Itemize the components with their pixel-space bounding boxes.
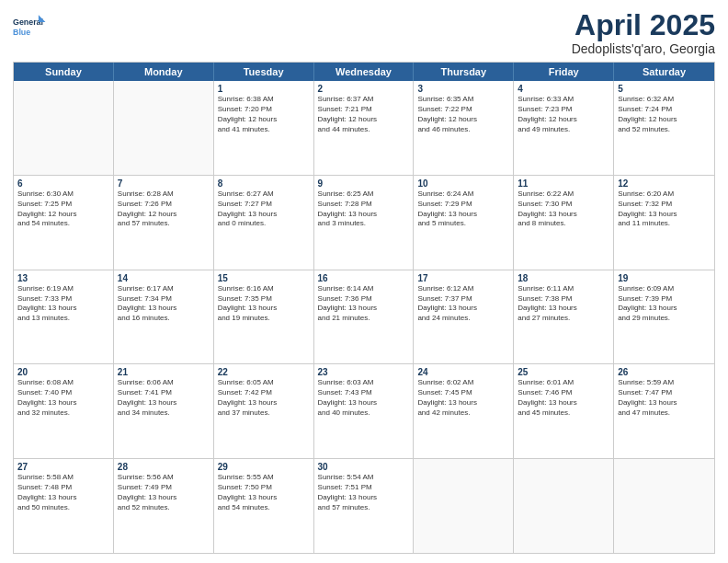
month-title: April 2025 [572, 9, 715, 41]
calendar-cell: 13Sunrise: 6:19 AM Sunset: 7:33 PM Dayli… [14, 270, 114, 364]
calendar-cell: 23Sunrise: 6:03 AM Sunset: 7:43 PM Dayli… [314, 364, 415, 458]
day-number: 25 [518, 367, 609, 377]
calendar-week: 20Sunrise: 6:08 AM Sunset: 7:40 PM Dayli… [14, 364, 714, 459]
logo-svg: General Blue [13, 9, 48, 44]
day-number: 3 [417, 84, 509, 94]
calendar-cell: 21Sunrise: 6:06 AM Sunset: 7:41 PM Dayli… [114, 364, 214, 458]
day-number: 8 [218, 178, 310, 189]
day-number: 7 [118, 178, 210, 189]
calendar-cell: 6Sunrise: 6:30 AM Sunset: 7:25 PM Daylig… [14, 176, 114, 270]
calendar-cell: 18Sunrise: 6:11 AM Sunset: 7:38 PM Dayli… [514, 270, 614, 364]
day-number: 23 [318, 367, 410, 377]
day-number: 13 [17, 273, 109, 283]
cell-info: Sunrise: 6:14 AM Sunset: 7:36 PM Dayligh… [318, 284, 410, 324]
calendar-cell: 27Sunrise: 5:58 AM Sunset: 7:48 PM Dayli… [14, 459, 114, 553]
calendar-cell: 25Sunrise: 6:01 AM Sunset: 7:46 PM Dayli… [514, 364, 614, 458]
cell-info: Sunrise: 6:38 AM Sunset: 7:20 PM Dayligh… [218, 95, 310, 134]
calendar-cell: 2Sunrise: 6:37 AM Sunset: 7:21 PM Daylig… [314, 81, 415, 175]
calendar-cell: 22Sunrise: 6:05 AM Sunset: 7:42 PM Dayli… [214, 364, 314, 458]
weekday-header: Tuesday [214, 63, 314, 81]
cell-info: Sunrise: 6:06 AM Sunset: 7:41 PM Dayligh… [118, 378, 210, 418]
calendar-cell: 4Sunrise: 6:33 AM Sunset: 7:23 PM Daylig… [514, 81, 614, 175]
calendar-cell: 5Sunrise: 6:32 AM Sunset: 7:24 PM Daylig… [614, 81, 714, 175]
weekday-header: Thursday [414, 63, 514, 81]
cell-info: Sunrise: 6:03 AM Sunset: 7:43 PM Dayligh… [318, 378, 410, 418]
cell-info: Sunrise: 6:01 AM Sunset: 7:46 PM Dayligh… [518, 378, 609, 418]
cell-info: Sunrise: 5:54 AM Sunset: 7:51 PM Dayligh… [318, 473, 410, 512]
cell-info: Sunrise: 6:27 AM Sunset: 7:27 PM Dayligh… [218, 190, 310, 229]
cell-info: Sunrise: 6:25 AM Sunset: 7:28 PM Dayligh… [318, 190, 410, 229]
calendar-cell: 17Sunrise: 6:12 AM Sunset: 7:37 PM Dayli… [414, 270, 514, 364]
calendar-cell: 20Sunrise: 6:08 AM Sunset: 7:40 PM Dayli… [14, 364, 114, 458]
calendar-cell: 24Sunrise: 6:02 AM Sunset: 7:45 PM Dayli… [414, 364, 514, 458]
calendar-cell [114, 81, 214, 175]
calendar-cell: 7Sunrise: 6:28 AM Sunset: 7:26 PM Daylig… [114, 176, 214, 270]
cell-info: Sunrise: 6:28 AM Sunset: 7:26 PM Dayligh… [118, 190, 210, 229]
cell-info: Sunrise: 6:20 AM Sunset: 7:32 PM Dayligh… [618, 190, 711, 229]
calendar-cell: 28Sunrise: 5:56 AM Sunset: 7:49 PM Dayli… [114, 459, 214, 553]
day-number: 5 [618, 84, 711, 94]
calendar-cell: 30Sunrise: 5:54 AM Sunset: 7:51 PM Dayli… [314, 459, 415, 553]
calendar-week: 13Sunrise: 6:19 AM Sunset: 7:33 PM Dayli… [14, 270, 714, 365]
cell-info: Sunrise: 5:59 AM Sunset: 7:47 PM Dayligh… [618, 378, 711, 418]
calendar-cell [514, 459, 614, 553]
day-number: 20 [17, 367, 109, 377]
calendar-cell: 19Sunrise: 6:09 AM Sunset: 7:39 PM Dayli… [614, 270, 714, 364]
cell-info: Sunrise: 6:12 AM Sunset: 7:37 PM Dayligh… [417, 284, 509, 324]
day-number: 29 [218, 462, 310, 472]
day-number: 14 [118, 273, 210, 283]
cell-info: Sunrise: 5:56 AM Sunset: 7:49 PM Dayligh… [118, 473, 210, 512]
calendar-cell [614, 459, 714, 553]
header: General Blue April 2025 Dedoplists'q'aro… [13, 9, 715, 56]
day-number: 30 [318, 462, 410, 472]
day-number: 1 [218, 84, 310, 94]
calendar-week: 27Sunrise: 5:58 AM Sunset: 7:48 PM Dayli… [14, 459, 714, 553]
day-number: 6 [17, 178, 109, 189]
cell-info: Sunrise: 6:32 AM Sunset: 7:24 PM Dayligh… [618, 95, 711, 134]
title-block: April 2025 Dedoplists'q'aro, Georgia [572, 9, 715, 56]
day-number: 28 [118, 462, 210, 472]
calendar-cell: 29Sunrise: 5:55 AM Sunset: 7:50 PM Dayli… [214, 459, 314, 553]
calendar-cell: 26Sunrise: 5:59 AM Sunset: 7:47 PM Dayli… [614, 364, 714, 458]
day-number: 27 [17, 462, 109, 472]
day-number: 15 [218, 273, 310, 283]
calendar: SundayMondayTuesdayWednesdayThursdayFrid… [13, 62, 715, 554]
cell-info: Sunrise: 5:55 AM Sunset: 7:50 PM Dayligh… [218, 473, 310, 512]
day-number: 18 [518, 273, 609, 283]
weekday-header: Monday [114, 63, 214, 81]
page: General Blue April 2025 Dedoplists'q'aro… [0, 0, 728, 563]
day-number: 10 [417, 178, 509, 189]
cell-info: Sunrise: 6:11 AM Sunset: 7:38 PM Dayligh… [518, 284, 609, 324]
day-number: 21 [118, 367, 210, 377]
day-number: 19 [618, 273, 711, 283]
calendar-cell: 3Sunrise: 6:35 AM Sunset: 7:22 PM Daylig… [414, 81, 514, 175]
cell-info: Sunrise: 6:37 AM Sunset: 7:21 PM Dayligh… [318, 95, 410, 134]
weekday-header: Sunday [14, 63, 114, 81]
day-number: 11 [518, 178, 609, 189]
calendar-cell [14, 81, 114, 175]
calendar-cell: 8Sunrise: 6:27 AM Sunset: 7:27 PM Daylig… [214, 176, 314, 270]
cell-info: Sunrise: 6:33 AM Sunset: 7:23 PM Dayligh… [518, 95, 609, 134]
day-number: 26 [618, 367, 711, 377]
cell-info: Sunrise: 6:16 AM Sunset: 7:35 PM Dayligh… [218, 284, 310, 324]
cell-info: Sunrise: 6:17 AM Sunset: 7:34 PM Dayligh… [118, 284, 210, 324]
calendar-cell: 12Sunrise: 6:20 AM Sunset: 7:32 PM Dayli… [614, 176, 714, 270]
logo: General Blue [13, 9, 48, 44]
calendar-body: 1Sunrise: 6:38 AM Sunset: 7:20 PM Daylig… [14, 81, 714, 553]
calendar-cell: 14Sunrise: 6:17 AM Sunset: 7:34 PM Dayli… [114, 270, 214, 364]
cell-info: Sunrise: 6:30 AM Sunset: 7:25 PM Dayligh… [17, 190, 109, 229]
weekday-header: Wednesday [314, 63, 415, 81]
cell-info: Sunrise: 6:19 AM Sunset: 7:33 PM Dayligh… [17, 284, 109, 324]
day-number: 24 [417, 367, 509, 377]
calendar-cell: 15Sunrise: 6:16 AM Sunset: 7:35 PM Dayli… [214, 270, 314, 364]
weekday-header: Friday [514, 63, 614, 81]
day-number: 22 [218, 367, 310, 377]
weekday-header: Saturday [614, 63, 714, 81]
calendar-week: 6Sunrise: 6:30 AM Sunset: 7:25 PM Daylig… [14, 176, 714, 270]
day-number: 12 [618, 178, 711, 189]
cell-info: Sunrise: 5:58 AM Sunset: 7:48 PM Dayligh… [17, 473, 109, 512]
calendar-cell: 9Sunrise: 6:25 AM Sunset: 7:28 PM Daylig… [314, 176, 415, 270]
calendar-cell: 1Sunrise: 6:38 AM Sunset: 7:20 PM Daylig… [214, 81, 314, 175]
cell-info: Sunrise: 6:09 AM Sunset: 7:39 PM Dayligh… [618, 284, 711, 324]
day-number: 16 [318, 273, 410, 283]
